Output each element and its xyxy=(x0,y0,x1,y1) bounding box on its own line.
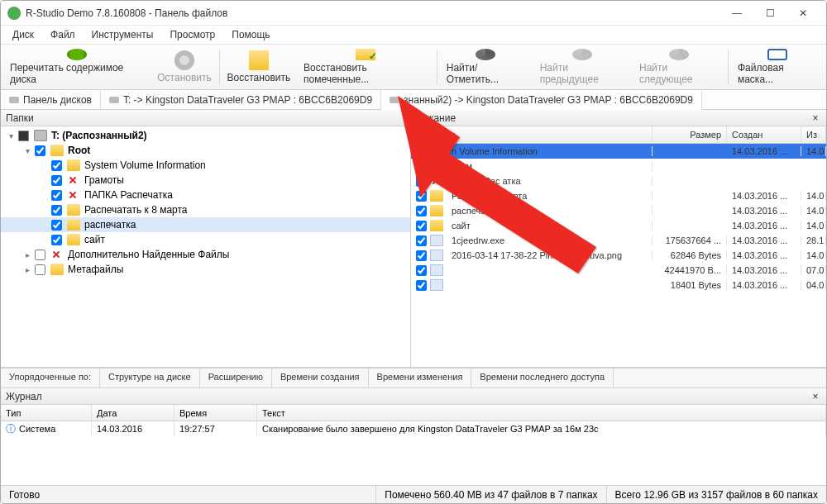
toolbar-stop: Остановить xyxy=(151,45,218,89)
folder-tree[interactable]: ▾T: (Распознанный2)▾RootSystem Volume In… xyxy=(1,126,410,367)
file-row[interactable]: 1cjeedrw.exe 175637664 ... 14.03.2016 ..… xyxy=(411,233,826,248)
file-list[interactable]: n Volume Information 14.03.2016 ... 14.0… xyxy=(411,144,826,367)
sort-tabs: Упорядоченные по: Структуре на диске Рас… xyxy=(1,368,826,388)
file-checkbox[interactable] xyxy=(416,206,427,216)
file-icon xyxy=(430,235,443,246)
window-title: R-Studio Demo 7.8.160808 - Панель файлов xyxy=(26,7,720,19)
tree-row[interactable]: ▸Метафайлы xyxy=(1,262,410,277)
tree-row[interactable]: распечатка xyxy=(1,217,410,232)
disk-icon xyxy=(109,97,119,103)
tree-row[interactable]: Грамоты xyxy=(1,173,410,188)
tab-disk-panel[interactable]: Панель дисков xyxy=(1,90,101,109)
maximize-button[interactable]: ☐ xyxy=(753,2,786,25)
file-checkbox[interactable] xyxy=(416,176,427,187)
file-row[interactable]: сайт 14.03.2016 ... 14.0 xyxy=(411,218,826,233)
menu-file[interactable]: Файл xyxy=(42,27,84,42)
files-columns: Имя Размер Создан Из xyxy=(411,126,826,144)
toolbar-reload[interactable]: Перечитать содержимое диска xyxy=(2,45,151,89)
file-row[interactable]: Распечатать к рта 14.03.2016 ... 14.0 xyxy=(411,188,826,203)
jcol-type[interactable]: Тип xyxy=(1,405,92,421)
files-pane-close[interactable]: × xyxy=(810,112,821,124)
tree-checkbox[interactable] xyxy=(35,250,45,260)
disk-icon xyxy=(390,97,399,103)
sort-by-ext[interactable]: Расширению xyxy=(200,368,272,388)
file-checkbox[interactable] xyxy=(416,191,427,202)
toolbar-recover[interactable]: Восстановить xyxy=(222,45,296,89)
file-row[interactable]: n Volume Information 14.03.2016 ... 14.0 xyxy=(411,144,826,159)
journal-row: ⓘСистема14.03.201619:27:57Сканирование б… xyxy=(1,421,826,436)
toolbar-recover-marked[interactable]: Восстановить помеченные... xyxy=(296,45,435,89)
file-row[interactable]: 2016-03-14 17-38-22 Piriform Recuva.png … xyxy=(411,248,826,263)
tree-row[interactable]: Распечатать к 8 марта xyxy=(1,202,410,217)
file-row[interactable]: ПАПКА Рас атка xyxy=(411,174,826,188)
tree-checkbox[interactable] xyxy=(51,235,62,245)
folder-icon xyxy=(430,220,443,231)
folder-icon xyxy=(67,204,80,216)
toolbar-file-mask[interactable]: Файловая маска... xyxy=(730,45,825,89)
file-checkbox[interactable] xyxy=(416,250,427,261)
menu-view[interactable]: Просмотр xyxy=(161,27,223,42)
file-checkbox[interactable] xyxy=(416,280,427,291)
tree-checkbox[interactable] xyxy=(51,205,62,216)
tree-checkbox[interactable] xyxy=(51,190,62,201)
file-row[interactable]: 42441970 B... 14.03.2016 ... 07.0 xyxy=(411,263,826,278)
file-row[interactable]: распечатка 14.03.2016 ... 14.0 xyxy=(411,203,826,218)
tree-row[interactable]: сайт xyxy=(1,232,410,247)
tree-row[interactable]: System Volume Information xyxy=(1,158,410,173)
col-name[interactable]: Имя xyxy=(433,126,653,143)
toolbar-find[interactable]: Найти/Отметить... xyxy=(439,45,533,89)
status-marked: Помечено 560.40 MB из 47 файлов в 7 папк… xyxy=(375,486,605,503)
files-pane-header: ержание× xyxy=(411,110,826,126)
files-pane: ержание× Имя Размер Создан Из n Volume I… xyxy=(411,110,826,367)
sort-by-mtime[interactable]: Времени изменения xyxy=(369,368,472,388)
tab-volume-1[interactable]: T: -> Kingston DataTraveler G3 PMAP : 6B… xyxy=(101,90,381,109)
file-checkbox[interactable] xyxy=(416,221,427,231)
menubar: Диск Файл Инструменты Просмотр Помощь xyxy=(1,26,826,44)
jcol-time[interactable]: Время xyxy=(174,405,257,421)
col-created[interactable]: Создан xyxy=(727,126,801,143)
jcol-date[interactable]: Дата xyxy=(92,405,174,421)
tree-checkbox[interactable] xyxy=(35,145,45,156)
tree-checkbox[interactable] xyxy=(51,160,62,171)
document-tabs: Панель дисков T: -> Kingston DataTravele… xyxy=(1,90,826,110)
tree-root[interactable]: ▾T: (Распознанный2) xyxy=(1,128,410,143)
file-row[interactable]: 18401 Bytes 14.03.2016 ... 04.0 xyxy=(411,278,826,292)
minimize-button[interactable]: — xyxy=(720,2,753,25)
tree-checkbox[interactable] xyxy=(51,220,62,231)
tree-row[interactable]: ▸Дополнительно Найденные Файлы xyxy=(1,247,410,262)
find-icon xyxy=(476,49,495,60)
recover-icon xyxy=(249,50,269,70)
file-icon xyxy=(430,250,443,261)
journal-columns: Тип Дата Время Текст xyxy=(1,405,826,421)
sort-by-atime[interactable]: Времени последнего доступа xyxy=(471,368,614,388)
tree-row[interactable]: ▾Root xyxy=(1,143,410,158)
sort-by-structure[interactable]: Структуре на диске xyxy=(100,368,200,388)
file-checkbox[interactable] xyxy=(416,146,427,157)
col-size[interactable]: Размер xyxy=(653,126,727,143)
menu-help[interactable]: Помощь xyxy=(223,27,278,42)
folders-pane: Папки ▾T: (Распознанный2)▾RootSystem Vol… xyxy=(1,110,411,367)
jcol-text[interactable]: Текст xyxy=(257,405,826,421)
file-checkbox[interactable] xyxy=(416,265,427,276)
folder-icon xyxy=(67,219,80,231)
sort-label: Упорядоченные по: xyxy=(1,368,100,388)
file-checkbox[interactable] xyxy=(416,235,427,246)
tree-checkbox[interactable] xyxy=(35,264,45,275)
file-row[interactable]: Грам xyxy=(411,159,826,174)
close-button[interactable]: ✕ xyxy=(786,2,820,25)
statusbar: Готово Помечено 560.40 MB из 47 файлов в… xyxy=(1,485,826,503)
col-modified[interactable]: Из xyxy=(801,126,826,143)
journal-close[interactable]: × xyxy=(810,391,821,402)
menu-tools[interactable]: Инструменты xyxy=(84,27,162,42)
menu-disk[interactable]: Диск xyxy=(4,27,42,42)
file-icon xyxy=(430,264,443,276)
toolbar-find-next: Найти следующее xyxy=(632,45,726,89)
toolbar: Перечитать содержимое диска Остановить В… xyxy=(1,44,826,90)
tree-row[interactable]: ПАПКА Распечатка xyxy=(1,188,410,202)
redx-icon xyxy=(430,160,443,172)
tab-volume-2[interactable]: знанный2) -> Kingston DataTraveler G3 PM… xyxy=(381,91,702,110)
sort-by-ctime[interactable]: Времени создания xyxy=(272,368,369,388)
file-checkbox[interactable] xyxy=(416,161,427,172)
tree-checkbox[interactable] xyxy=(51,175,62,186)
folder-icon xyxy=(430,190,443,202)
